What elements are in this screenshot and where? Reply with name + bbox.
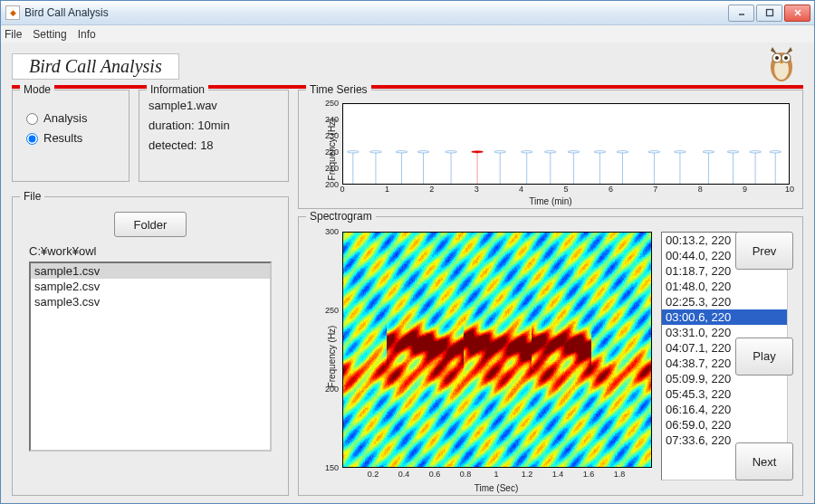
- information-panel: Information sample1.wav duration: 10min …: [139, 90, 289, 182]
- svg-point-22: [472, 151, 484, 153]
- window-title: Bird Call Analysis: [24, 6, 728, 19]
- play-button[interactable]: Play: [735, 338, 793, 376]
- svg-point-30: [568, 151, 580, 153]
- svg-point-36: [648, 151, 660, 153]
- svg-point-38: [675, 151, 686, 153]
- next-button[interactable]: Next: [735, 442, 793, 480]
- menubar: File Setting Info: [1, 25, 814, 44]
- info-detected: 18: [200, 138, 213, 152]
- svg-rect-1: [766, 10, 772, 16]
- mode-legend: Mode: [20, 83, 54, 96]
- file-panel: File Folder C:¥work¥owl sample1.csvsampl…: [12, 196, 289, 496]
- spectrogram-xlabel: Time (Sec): [475, 483, 519, 493]
- svg-point-12: [347, 151, 359, 153]
- svg-point-46: [770, 151, 781, 153]
- list-item[interactable]: sample1.csv: [31, 263, 270, 279]
- menu-info[interactable]: Info: [78, 28, 96, 41]
- svg-point-24: [494, 151, 506, 153]
- list-item[interactable]: sample2.csv: [31, 279, 270, 294]
- spectrogram-axes[interactable]: [342, 232, 652, 468]
- folder-button[interactable]: Folder: [114, 212, 187, 237]
- svg-point-32: [594, 151, 606, 153]
- info-filename: sample1.wav: [149, 96, 279, 116]
- app-icon: ◆: [5, 5, 20, 20]
- svg-point-16: [396, 151, 408, 153]
- mode-results-radio[interactable]: Results: [22, 130, 120, 145]
- file-list[interactable]: sample1.csvsample2.csvsample3.csv: [29, 262, 272, 452]
- timeseries-xlabel: Time (min): [529, 196, 571, 206]
- svg-point-9: [784, 56, 788, 60]
- mode-panel: Mode Analysis Results: [12, 90, 129, 182]
- titlebar: ◆ Bird Call Analysis: [1, 1, 814, 25]
- menu-setting[interactable]: Setting: [33, 28, 66, 41]
- spectrogram-legend: Spectrogram: [306, 210, 376, 223]
- svg-point-40: [703, 151, 714, 153]
- minimize-button[interactable]: [728, 5, 754, 22]
- spectrogram-panel: Spectrogram Frequency (Hz) 150200250300 …: [298, 216, 803, 496]
- close-button[interactable]: [784, 5, 810, 22]
- prev-button[interactable]: Prev: [735, 232, 793, 270]
- mode-analysis-radio[interactable]: Analysis: [22, 110, 120, 125]
- information-legend: Information: [147, 83, 208, 96]
- owl-icon: [760, 42, 803, 85]
- svg-point-14: [370, 151, 382, 153]
- svg-point-8: [775, 56, 779, 60]
- svg-point-18: [417, 151, 429, 153]
- menu-file[interactable]: File: [5, 28, 22, 41]
- timeseries-axes[interactable]: [342, 103, 790, 185]
- file-legend: File: [20, 190, 44, 203]
- svg-point-28: [544, 151, 556, 153]
- accent-bar: [12, 85, 803, 89]
- svg-point-20: [446, 151, 457, 153]
- page-title: Bird Call Analysis: [12, 53, 179, 80]
- svg-point-34: [617, 151, 628, 153]
- svg-point-42: [727, 151, 739, 153]
- maximize-button[interactable]: [756, 5, 782, 22]
- timeseries-legend: Time Series: [306, 83, 371, 96]
- info-duration: 10min: [197, 119, 229, 132]
- svg-point-26: [521, 151, 532, 153]
- timeseries-panel: Time Series Frequency (Hz) 2002102202302…: [298, 90, 803, 209]
- list-item[interactable]: sample3.csv: [31, 294, 270, 309]
- folder-path: C:¥work¥owl: [29, 244, 272, 258]
- svg-point-44: [750, 151, 762, 153]
